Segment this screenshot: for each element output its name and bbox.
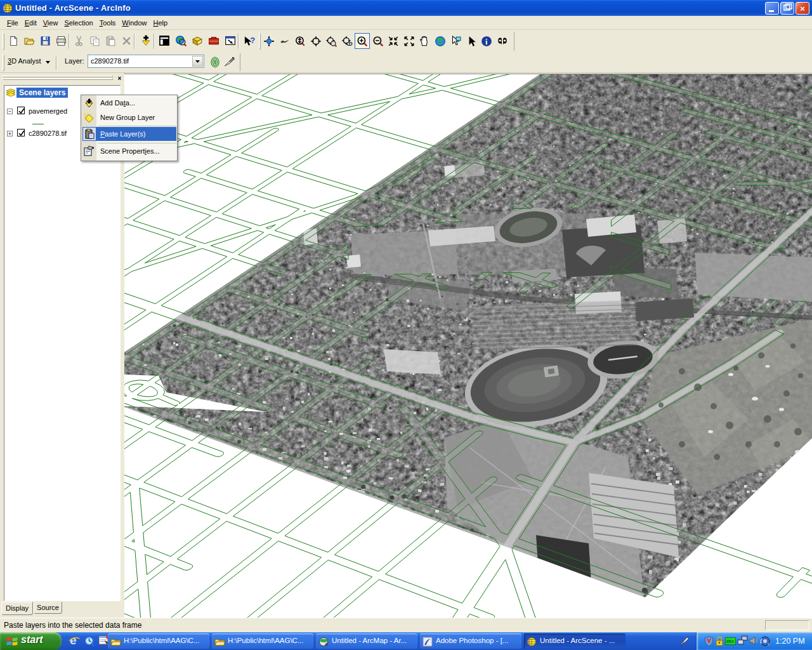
svg-text:e: e	[70, 634, 77, 647]
svg-text:IX=: IX=	[726, 639, 735, 644]
svg-text:?: ?	[250, 36, 255, 45]
svg-text:i: i	[485, 37, 488, 46]
